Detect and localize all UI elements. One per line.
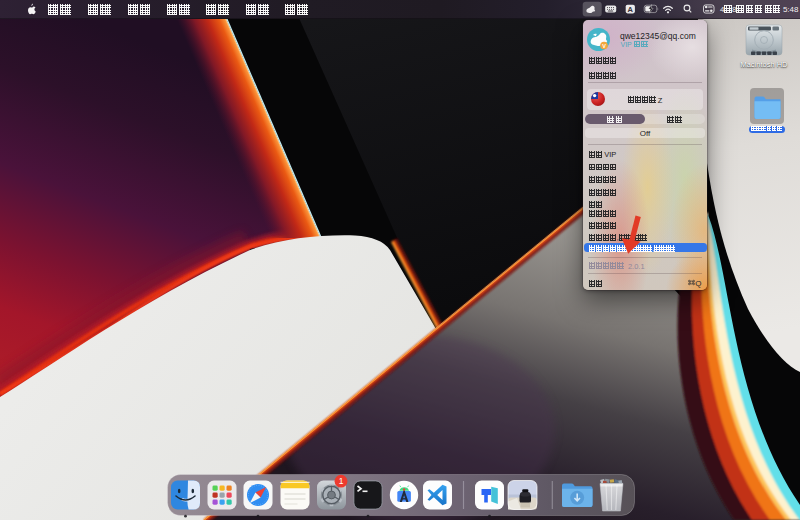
svg-text:1: 1 xyxy=(339,476,344,486)
svg-text:V: V xyxy=(602,43,606,49)
svg-text:A: A xyxy=(628,5,634,14)
